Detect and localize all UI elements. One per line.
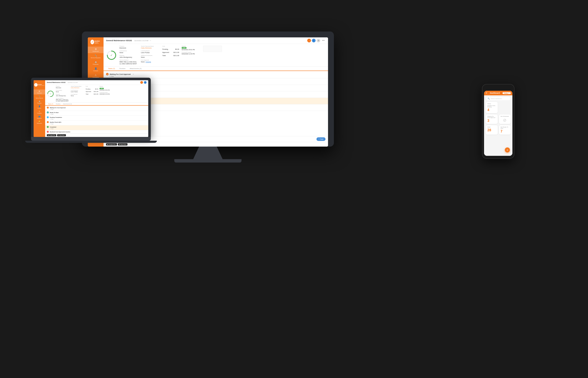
phone-search-placeholder: Search dashboard...: [491, 98, 503, 99]
edit-icon[interactable]: ✏: [150, 40, 151, 41]
laptop-declined-header[interactable]: ✕ Declined Cost Approval & Inactive: [47, 131, 147, 133]
phone-stat-waiting-value: 3: [487, 119, 496, 123]
laptop-finished-label: Finished/Created: [100, 92, 113, 93]
work-order-date: 02/14/2021 10:15 AM: [134, 40, 148, 41]
user-button[interactable]: 👤: [312, 39, 316, 42]
tab-attachments[interactable]: Attachments (0): [127, 67, 143, 71]
app-store-badge[interactable]: ⌘ App Store: [118, 143, 128, 146]
laptop-main: General Maintenance #20102 02/14/2021 10…: [45, 80, 148, 137]
laptop-sidebar: ✓ duction property solutions ⊞ Dashboard…: [34, 80, 45, 137]
sidebar-item-contacts[interactable]: 👤 Contacts: [88, 66, 104, 73]
laptop-play-label: Google Play: [49, 135, 55, 136]
phone-stat-not-ready: Not Ready To Start 7: [499, 125, 511, 135]
laptop-dashboard-icon: ⊞: [39, 90, 40, 92]
laptop-pending-label: Pending: [86, 88, 90, 90]
laptop-completed-header[interactable]: ✓ Completed: [47, 126, 147, 128]
work-order-title-area: General Maintenance #20102 02/14/2021 10…: [106, 40, 151, 41]
laptop-user-button[interactable]: 👤: [144, 81, 147, 84]
phone-header-badge[interactable]: Today ▼: [503, 92, 511, 94]
laptop-pending-header[interactable]: ⟳ Pending Completion: [47, 116, 147, 118]
laptop-reporter-value: John Montgomery: [56, 95, 69, 96]
laptop-app-badges: ▶ Google Play ⌘ App Store: [45, 133, 148, 137]
reporter-label: Reporter: [120, 55, 138, 56]
laptop-pending-group: ⟳ Pending Completion 0 Task: [45, 116, 148, 121]
laptop-app-store[interactable]: ⌘ App Store: [57, 134, 66, 136]
laptop-property: Property Branneck: [56, 86, 69, 88]
laptop-employees-label: Employees: [37, 118, 41, 119]
laptop-tab-timeline[interactable]: Timeline: [54, 103, 62, 106]
phone-stat-waiting: Waiting For Cost Approval 3: [486, 114, 498, 124]
laptop-service-icon: 🔧: [39, 95, 40, 97]
tab-timeline[interactable]: Timeline: [117, 67, 127, 71]
complaints-icon: ⚠: [95, 74, 97, 76]
laptop-sidebar-service-requests[interactable]: 🔧 Service Requests: [34, 94, 45, 100]
started-date: 02/10/2021 04:51 PM: [182, 49, 200, 50]
laptop-total-value: $211.80: [94, 94, 98, 95]
laptop-google-play[interactable]: ▶ Google Play: [47, 134, 56, 136]
settings-button[interactable]: ⚙: [317, 39, 320, 42]
laptop-tab-tasks[interactable]: Tasks (7): [47, 103, 54, 106]
laptop-pending-label: Pending Completion: [50, 117, 62, 118]
laptop-completed-icon: ✓: [47, 126, 49, 128]
google-play-badge[interactable]: ▶ Google Play: [106, 143, 117, 146]
laptop-properties-icon: 🏠: [39, 100, 40, 102]
phone-stat-open: Open 28: [486, 125, 498, 135]
laptop-declined-label: Declined Cost Approval & Inactive: [50, 131, 70, 133]
laptop-music-button[interactable]: ♪: [140, 81, 143, 84]
laptop-sidebar-employees[interactable]: 👥 Employees: [34, 115, 45, 120]
cost-approval-change[interactable]: Change: [146, 61, 151, 63]
laptop-info-cols: Property Branneck Contractor(s) None Rep…: [56, 86, 147, 102]
tabs-bar: Tasks (7) Timeline Attachments (0): [104, 67, 328, 71]
cost-header: Cost: [162, 46, 179, 47]
laptop-address-line2: La Jolla California 92037: [56, 100, 69, 102]
laptop-pending-icon: ⟳: [47, 116, 49, 118]
laptop-sidebar-notifications[interactable]: 🔔 Notifications: [34, 120, 45, 125]
phone-stat-open-label: Open: [487, 126, 496, 128]
phone-fab[interactable]: +: [505, 148, 510, 152]
laptop-waiting-header[interactable]: ⏸ Waiting For Cost Approval: [47, 107, 147, 108]
laptop-contractor-label: Contractor(s): [56, 90, 69, 91]
notes-box[interactable]: [203, 46, 222, 52]
laptop-ready-icon: ▶: [47, 111, 49, 113]
contractor-field: Contractor(s) None: [120, 50, 138, 54]
laptop-complaints-label: Complaints: [37, 113, 42, 114]
address-field: Service Address 8860 Villa La Jolla Driv…: [120, 59, 138, 65]
sidebar-item-properties[interactable]: 🏠 Properties: [88, 60, 104, 66]
laptop-waiting-count: 0 Task: [47, 109, 147, 110]
sidebar-item-dashboard[interactable]: ⊞ Dashboard: [88, 47, 104, 53]
laptop-sidebar-dashboard[interactable]: ⊞ Dashboard: [34, 89, 45, 94]
laptop-tab-attachments[interactable]: Attachments (0): [62, 103, 73, 106]
phone-stat-empty: [499, 102, 511, 113]
tab-tasks[interactable]: Tasks (7): [106, 67, 117, 71]
waiting-chevron: ▼: [133, 73, 134, 75]
google-play-label: Google Play: [109, 144, 116, 145]
phone-stat-waiting-label: Waiting For Cost Approval: [487, 116, 496, 118]
laptop-lid: ✓ duction property solutions ⊞ Dashboard…: [31, 78, 151, 137]
phone-stat-not-ready-value: 7: [501, 130, 509, 133]
laptop-sidebar-properties[interactable]: 🏠 Properties: [34, 100, 45, 105]
laptop-finished: Finished/Created 04/02/2020 11:54 PM: [100, 92, 113, 95]
pending-value: $0.00: [175, 48, 179, 50]
laptop-app: ✓ duction property solutions ⊞ Dashboard…: [34, 80, 148, 137]
add-task-button[interactable]: + Task: [317, 137, 325, 141]
laptop-ready-header[interactable]: ▶ Ready To Start: [47, 111, 147, 113]
more-button[interactable]: •••: [321, 39, 325, 42]
desktop-top-bar: General Maintenance #20102 02/14/2021 10…: [104, 37, 328, 44]
music-button[interactable]: ♪: [307, 39, 311, 42]
contractor-value: None: [120, 52, 138, 54]
phone-search-bar[interactable]: 🔍 Search dashboard...: [486, 97, 511, 101]
progress-ring: ✓: [106, 50, 117, 61]
laptop-sidebar-contacts[interactable]: 👤 Contacts: [34, 105, 45, 110]
laptop-title-area: General Maintenance #20102 02/14/2021 10…: [47, 82, 78, 83]
sidebar-item-service-requests[interactable]: 🔧 Service Requests: [88, 53, 104, 60]
laptop-qc-header[interactable]: ✓ Quality Check (QC): [47, 121, 147, 123]
laptop-cost-header: Cost: [86, 86, 98, 87]
waiting-icon: ⏸: [106, 73, 108, 75]
monitor-stand-base: [174, 159, 241, 162]
laptop-sidebar-complaints[interactable]: ⚠ Complaints: [34, 110, 45, 115]
phone-stat-deadline-label: Status: [487, 103, 496, 104]
task-group-waiting-header[interactable]: ⏸ Waiting For Cost Approval ▼: [106, 73, 325, 75]
laptop-finished-value: 04/02/2020 11:54 PM: [100, 94, 113, 95]
sidebar-label-contacts: Contacts: [93, 70, 98, 71]
phone-header: ☰ Dashboard Today ▼: [484, 91, 512, 95]
